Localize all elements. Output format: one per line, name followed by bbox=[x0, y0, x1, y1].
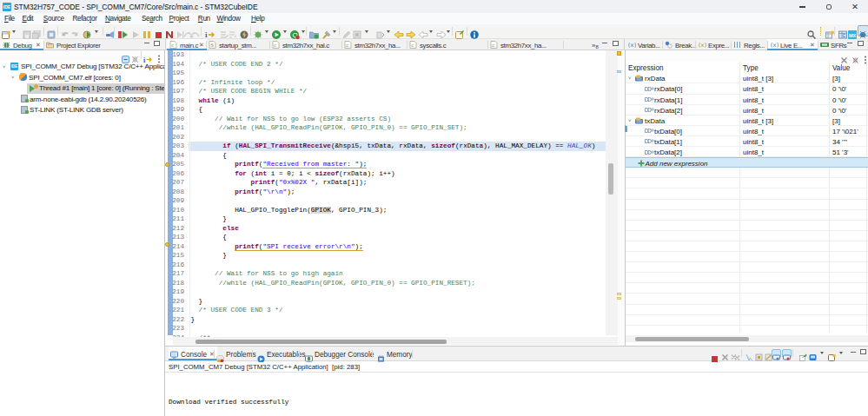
svg-text:C: C bbox=[843, 33, 846, 38]
svg-text:S: S bbox=[211, 43, 214, 48]
svg-text:(x): (x) bbox=[770, 42, 779, 49]
svg-text:i: i bbox=[205, 30, 208, 39]
svg-text:MX: MX bbox=[849, 33, 857, 38]
svg-text:(x)=: (x)= bbox=[627, 42, 636, 49]
svg-text:(x): (x) bbox=[698, 42, 706, 49]
